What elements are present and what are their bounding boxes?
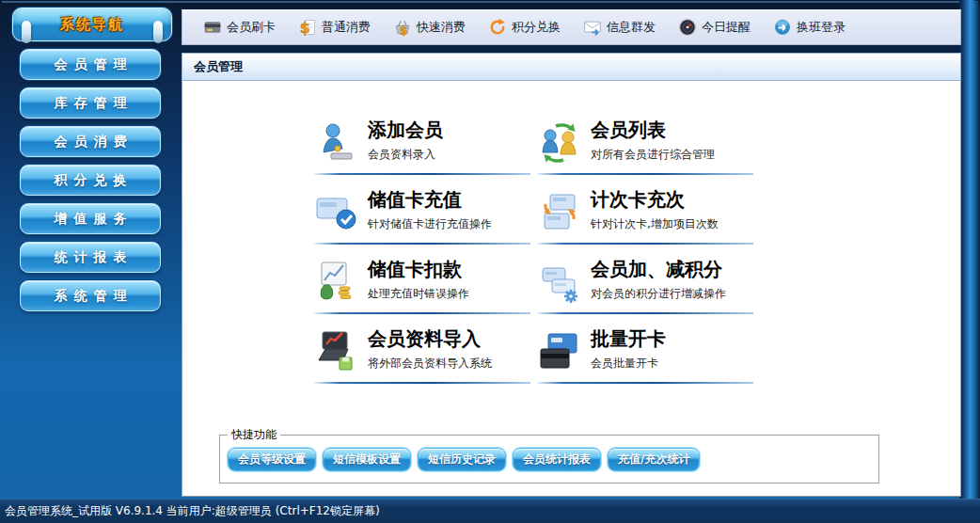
divider [537,382,753,384]
status-bar: 会员管理系统_试用版 V6.9.1.4 当前用户:超级管理员 (Ctrl+F12… [0,499,980,523]
data-import-icon [314,328,359,373]
toolbar-item-member-swipe[interactable]: 会员刷卡 [192,10,287,44]
times-card-icon [537,189,582,234]
card-recharge-icon [314,189,359,234]
feature-desc: 对所有会员进行综合管理 [591,147,715,163]
feature-title: 添加会员 [368,119,443,142]
toolbar-item-today-reminder[interactable]: 今日提醒 [667,10,762,44]
feature-desc: 将外部会员资料导入系统 [368,356,492,372]
quick-functions-legend: 快捷功能 [228,427,280,443]
sidebar-item-points-exchange[interactable]: 积分兑换 [20,165,161,196]
divider [537,243,753,245]
quick-button-recharge-stats[interactable]: 充值/充次统计 [608,448,700,471]
feature-item-member-list[interactable]: 会员列表对所有会员进行综合管理 [537,116,753,185]
toolbar-item-shift-login[interactable]: 换班登录 [762,10,857,44]
feature-item-times-card-recharge[interactable]: 计次卡充次针对计次卡,增加项目次数 [537,185,753,255]
feature-desc: 处理充值时错误操作 [368,286,469,302]
feature-title: 会员加、减积分 [591,258,726,281]
feature-title: 会员列表 [591,119,715,142]
add-member-icon [314,119,359,165]
toolbar-item-label: 积分兑换 [512,19,561,36]
quick-button-sms-template-settings[interactable]: 短信模板设置 [323,448,411,471]
content-panel: 添加会员会员资料录入 会员列表对所有会员进行综合管理 储值卡充值针对储值卡进行充… [182,81,961,497]
feature-desc: 对会员的积分进行增减操作 [591,286,726,302]
svg-text:$: $ [300,19,310,37]
feature-item-data-import[interactable]: 会员资料导入将外部会员资料导入系统 [314,325,530,394]
basket-dollar-icon: $ [393,18,412,37]
toolbar-item-quick-consume[interactable]: $ 快速消费 [382,10,477,44]
sidebar: 系统导航 会员管理 库存管理 会员消费 积分兑换 增值服务 统计报表 系统管理 [8,8,175,311]
divider [314,382,530,384]
member-list-icon [537,119,582,165]
svg-text:$: $ [400,24,408,38]
feature-title: 会员资料导入 [368,327,492,351]
divider [537,173,753,175]
pin-icon [22,21,31,43]
window-right-border [959,0,980,500]
divider [314,243,530,245]
exchange-arrows-icon [488,18,507,37]
toolbar-item-label: 换班登录 [797,19,846,36]
quick-buttons-row: 会员等级设置 短信模板设置 短信历史记录 会员统计报表 充值/充次统计 [228,448,700,471]
feature-item-card-recharge[interactable]: 储值卡充值针对储值卡进行充值操作 [314,185,530,255]
status-text: 会员管理系统_试用版 V6.9.1.4 当前用户:超级管理员 (Ctrl+F12… [5,503,380,519]
toolbar: 会员刷卡 $ 普通消费 $ 快速消费 积分兑换 信息群发 今日提醒 换班登录 [182,9,961,45]
sidebar-item-value-services[interactable]: 增值服务 [20,203,161,234]
sidebar-item-stats-reports[interactable]: 统计报表 [20,242,161,273]
feature-item-add-member[interactable]: 添加会员会员资料录入 [314,116,530,185]
toolbar-item-label: 普通消费 [322,19,371,36]
points-adjust-icon [537,259,582,304]
quick-button-sms-history[interactable]: 短信历史记录 [418,448,506,471]
feature-desc: 针对储值卡进行充值操作 [368,216,492,232]
feature-desc: 会员批量开卡 [591,356,666,372]
feature-grid: 添加会员会员资料录入 会员列表对所有会员进行综合管理 储值卡充值针对储值卡进行充… [314,116,753,394]
toolbar-item-message-broadcast[interactable]: 信息群发 [572,10,667,44]
pin-icon [153,21,163,43]
toolbar-item-points-exchange[interactable]: 积分兑换 [477,10,572,44]
toolbar-item-label: 快速消费 [417,19,466,36]
gauge-reminder-icon [678,18,697,37]
sidebar-item-member-consume[interactable]: 会员消费 [20,126,161,157]
sidebar-item-member-mgmt[interactable]: 会员管理 [20,49,161,80]
app-window: 系统导航 会员管理 库存管理 会员消费 积分兑换 增值服务 统计报表 系统管理 … [0,0,980,523]
quick-functions-group: 快捷功能 会员等级设置 短信模板设置 短信历史记录 会员统计报表 充值/充次统计 [219,435,879,483]
toolbar-item-label: 信息群发 [607,19,656,36]
content-header: 会员管理 [182,53,961,81]
dollar-receipt-icon: $ [298,18,317,37]
divider [537,312,753,314]
toolbar-item-label: 今日提醒 [702,19,751,36]
feature-desc: 针对计次卡,增加项目次数 [591,216,719,232]
feature-desc: 会员资料录入 [368,147,443,163]
toolbar-item-label: 会员刷卡 [227,19,276,36]
feature-item-card-deduct[interactable]: 储值卡扣款处理充值时错误操作 [314,255,530,325]
shift-login-icon [773,18,792,37]
feature-item-batch-open-card[interactable]: 批量开卡会员批量开卡 [537,325,753,394]
sidebar-title: 系统导航 [60,16,124,34]
page-title: 会员管理 [194,58,243,75]
card-swipe-icon [203,18,222,37]
quick-button-member-stats-report[interactable]: 会员统计报表 [513,448,601,471]
divider [314,173,530,175]
sidebar-item-inventory-mgmt[interactable]: 库存管理 [20,87,161,119]
divider [314,312,530,314]
quick-button-member-level-settings[interactable]: 会员等级设置 [228,448,316,471]
feature-title: 储值卡扣款 [368,258,469,281]
toolbar-item-normal-consume[interactable]: $ 普通消费 [287,10,382,44]
feature-title: 储值卡充值 [368,188,492,212]
feature-title: 批量开卡 [591,327,666,351]
feature-item-points-adjust[interactable]: 会员加、减积分对会员的积分进行增减操作 [537,255,753,325]
sidebar-item-system-mgmt[interactable]: 系统管理 [20,280,161,311]
batch-card-icon [537,328,582,373]
mail-broadcast-icon [583,18,602,37]
card-deduct-icon [314,259,359,304]
sidebar-header: 系统导航 [12,8,172,41]
feature-title: 计次卡充次 [591,188,719,212]
